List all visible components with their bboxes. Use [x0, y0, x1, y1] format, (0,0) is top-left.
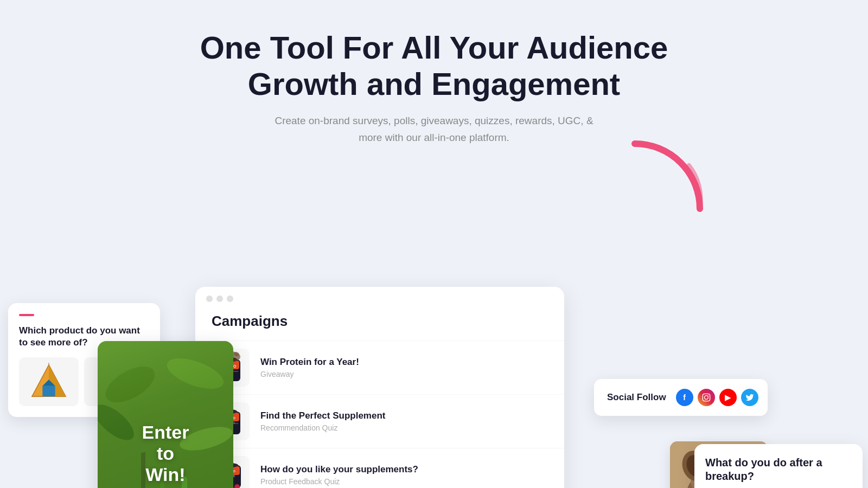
campaign-name-1: Win Protein for a Year!: [260, 357, 548, 368]
campaign-info-1: Win Protein for a Year! Giveaway: [260, 357, 548, 378]
quiz-question: What do you do after a breakup?: [705, 456, 852, 483]
social-follow-card: Social Follow f ▶: [594, 379, 768, 416]
facebook-icon[interactable]: f: [676, 389, 693, 406]
social-follow-label: Social Follow: [607, 392, 666, 403]
campaign-item-1[interactable]: MYKO OPS Win Protein for a Year! Giveawa…: [195, 341, 564, 394]
campaign-type-3: Product Feedback Quiz: [260, 477, 548, 486]
quiz-card: What do you do after a breakup? Everyone…: [694, 444, 863, 488]
youtube-icon[interactable]: ▶: [719, 389, 737, 406]
campaign-info-2: Find the Perfect Supplement Recommendati…: [260, 410, 548, 432]
campaign-name-3: How do you like your supplements?: [260, 464, 548, 475]
twitter-icon[interactable]: [741, 389, 758, 406]
dot-3: [227, 296, 233, 302]
dot-2: [216, 296, 223, 302]
instagram-icon[interactable]: [698, 389, 715, 406]
hero-section: One Tool For All Your Audience Growth an…: [0, 0, 868, 146]
window-dots: [195, 287, 564, 307]
social-icons-group: f ▶: [676, 389, 758, 406]
campaign-item-3[interactable]: MYKO BLEND How do you like your suppleme…: [195, 448, 564, 488]
tent-image[interactable]: [19, 357, 79, 406]
campaign-type-1: Giveaway: [260, 370, 548, 378]
svg-point-52: [708, 395, 709, 396]
campaigns-title: Campaigns: [195, 307, 564, 341]
panels-area: Which product do you want to see more of…: [0, 287, 868, 488]
svg-rect-2: [42, 386, 55, 396]
campaign-info-3: How do you like your supplements? Produc…: [260, 464, 548, 486]
svg-rect-50: [703, 394, 710, 401]
hero-subtitle: Create on-brand surveys, polls, giveaway…: [271, 113, 597, 146]
campaigns-panel: Campaigns MYKO OPS Win Protein for: [195, 287, 564, 488]
enter-to-win-card: EntertoWin! Let's go!: [98, 341, 233, 488]
hero-title: One Tool For All Your Audience Growth an…: [190, 30, 678, 102]
enter-win-background: EntertoWin! Let's go!: [98, 341, 233, 488]
dot-1: [206, 296, 213, 302]
campaign-item-2[interactable]: MYKO AMMO Find the Perfect Supplement Re…: [195, 394, 564, 448]
svg-point-51: [704, 396, 708, 400]
campaign-type-2: Recommendation Quiz: [260, 423, 548, 432]
enter-win-title: EntertoWin!: [142, 422, 189, 485]
card-accent-bar: [19, 314, 34, 316]
campaign-name-2: Find the Perfect Supplement: [260, 410, 548, 421]
